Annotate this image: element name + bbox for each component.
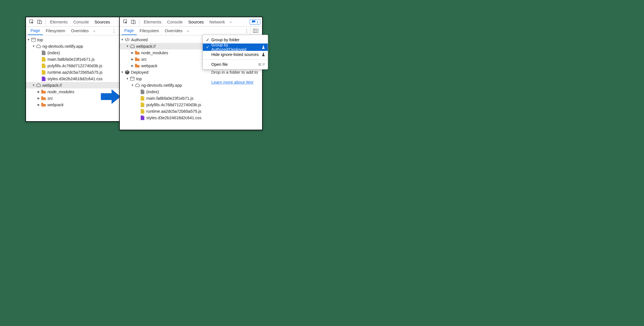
tree-file-polyfills[interactable]: polyfills.4c768d7122740d3b.js xyxy=(120,101,262,108)
tab-sources[interactable]: Sources xyxy=(92,17,113,26)
tree-label: styles.d3e2b24618d2c641.css xyxy=(47,77,103,81)
sub-toolbar: Page Filesystem Overrides » ⋮ xyxy=(120,27,262,35)
tab-console[interactable]: Console xyxy=(71,17,92,26)
tree-label: webpack xyxy=(141,64,157,68)
tree-top[interactable]: ▼top xyxy=(26,36,119,43)
more-subtabs-icon[interactable]: » xyxy=(93,29,95,33)
devtools-left-panel: Elements Console Sources Page Filesystem… xyxy=(25,17,120,122)
caret-down-icon: ▼ xyxy=(32,45,35,48)
main-toolbar: Elements Console Sources xyxy=(26,17,119,27)
tab-sources[interactable]: Sources xyxy=(186,17,207,26)
tree-label: webpack:// xyxy=(42,83,62,88)
tree-label: (index) xyxy=(146,90,159,94)
tree-label: top xyxy=(136,77,142,81)
window-icon xyxy=(130,76,135,81)
js-file-icon xyxy=(41,70,46,75)
menu-open-file[interactable]: Open file⌘ P xyxy=(203,61,268,68)
tab-elements[interactable]: Elements xyxy=(47,17,71,26)
tab-elements[interactable]: Elements xyxy=(141,17,164,26)
caret-down-icon: ▼ xyxy=(32,84,35,87)
subtab-page[interactable]: Page xyxy=(28,27,43,35)
cloud-icon xyxy=(36,44,41,49)
learn-more-link[interactable]: Learn more about Wor xyxy=(211,80,254,84)
tree-label: runtime.aa2dc5a72b65a575.js xyxy=(146,109,201,114)
chat-icon xyxy=(252,20,256,23)
caret-down-icon: ▼ xyxy=(126,45,129,48)
sub-toolbar: Page Filesystem Overrides » ⋮ xyxy=(26,27,119,35)
svg-rect-8 xyxy=(253,29,258,33)
tree-file-mainjs[interactable]: main.fa8bfa0e23f1eb71.js xyxy=(26,56,119,62)
flask-icon xyxy=(262,53,265,56)
subtab-overrides[interactable]: Overrides xyxy=(162,27,185,35)
menu-label: Group by folder xyxy=(211,38,265,42)
subtab-filesystem[interactable]: Filesystem xyxy=(43,27,68,35)
tree-label: node_modules xyxy=(141,51,168,55)
arrow-icon xyxy=(101,89,121,104)
tree-label: main.fa8bfa0e23f1eb71.js xyxy=(146,96,193,101)
tree-label: styles.d3e2b24618d2c641.css xyxy=(146,116,201,120)
toggle-navigator-icon[interactable] xyxy=(251,27,260,35)
caret-down-icon: ▼ xyxy=(121,71,124,74)
cloud-icon xyxy=(36,83,41,88)
subtab-page[interactable]: Page xyxy=(121,27,137,35)
caret-down-icon: ▼ xyxy=(121,38,124,41)
flask-icon xyxy=(262,45,265,49)
tree-file-index[interactable]: (index) xyxy=(26,49,119,56)
folder-icon xyxy=(135,57,140,62)
device-icon[interactable] xyxy=(37,19,42,25)
caret-right-icon: ▶ xyxy=(131,64,134,67)
inspect-icon[interactable] xyxy=(29,19,34,25)
menu-hide-ignore[interactable]: Hide ignore-listed sources xyxy=(203,51,268,58)
tree-webpack[interactable]: ▼webpack:// xyxy=(26,82,119,88)
subtab-overrides[interactable]: Overrides xyxy=(68,27,92,35)
tree-label: polyfills.4c768d7122740d3b.js xyxy=(146,103,201,107)
devtools-right-panel: Elements Console Sources Network » 1 Pag… xyxy=(119,17,263,130)
kebab-menu-icon[interactable]: ⋮ xyxy=(243,29,251,33)
tab-console[interactable]: Console xyxy=(164,17,186,26)
kebab-menu-icon[interactable]: ⋮ xyxy=(110,29,118,33)
folder-icon xyxy=(135,63,140,68)
device-icon[interactable] xyxy=(130,19,136,25)
tree-label: Deployed xyxy=(131,70,148,75)
tree-file-index[interactable]: (index) xyxy=(120,88,262,95)
css-file-icon xyxy=(140,115,145,120)
cloud-icon xyxy=(130,44,135,49)
caret-down-icon: ▼ xyxy=(27,38,30,41)
inspect-icon[interactable] xyxy=(123,19,128,25)
svg-rect-3 xyxy=(31,38,35,42)
caret-down-icon: ▼ xyxy=(126,77,129,80)
tree-domain[interactable]: ▼ng-devtools.netlify.app xyxy=(26,43,119,49)
menu-group-authored[interactable]: ✓Group by Authored/Deployed xyxy=(203,44,268,51)
more-subtabs-icon[interactable]: » xyxy=(187,29,189,33)
tree-file-mainjs[interactable]: main.fa8bfa0e23f1eb71.js xyxy=(120,95,262,101)
folder-icon xyxy=(41,96,46,101)
subtab-filesystem[interactable]: Filesystem xyxy=(137,27,162,35)
menu-shortcut: ⌘ P xyxy=(258,62,265,67)
tree-label: src xyxy=(141,57,147,62)
tree-file-runtime[interactable]: runtime.aa2dc5a72b65a575.js xyxy=(26,69,119,75)
tree-file-polyfills[interactable]: polyfills.4c768d7122740d3b.js xyxy=(26,62,119,69)
caret-right-icon: ▶ xyxy=(37,103,40,106)
context-menu: ✓Group by folder ✓Group by Authored/Depl… xyxy=(203,35,268,69)
more-tabs-icon[interactable]: » xyxy=(230,20,232,24)
separator xyxy=(45,19,45,24)
tree-label: webpack xyxy=(47,103,64,107)
file-icon xyxy=(41,50,46,55)
js-file-icon xyxy=(41,63,46,68)
issues-badge[interactable]: 1 xyxy=(250,19,260,25)
tree-file-styles[interactable]: styles.d3e2b24618d2c641.css xyxy=(26,75,119,82)
drop-text: Drop in a folder to add to xyxy=(211,70,262,75)
tree-file-styles[interactable]: styles.d3e2b24618d2c641.css xyxy=(120,114,262,121)
tree-label: src xyxy=(47,96,53,101)
check-icon: ✓ xyxy=(206,38,210,42)
tree-file-runtime[interactable]: runtime.aa2dc5a72b65a575.js xyxy=(120,108,262,114)
window-icon xyxy=(31,37,36,42)
js-file-icon xyxy=(41,57,46,62)
folder-icon xyxy=(41,102,46,107)
file-icon xyxy=(140,89,145,94)
svg-rect-2 xyxy=(40,21,42,24)
main-tabs: Elements Console Sources xyxy=(47,17,113,26)
tree-label: node_modules xyxy=(47,90,74,94)
tab-network[interactable]: Network xyxy=(207,17,228,26)
tree-label: polyfills.4c768d7122740d3b.js xyxy=(47,64,102,68)
